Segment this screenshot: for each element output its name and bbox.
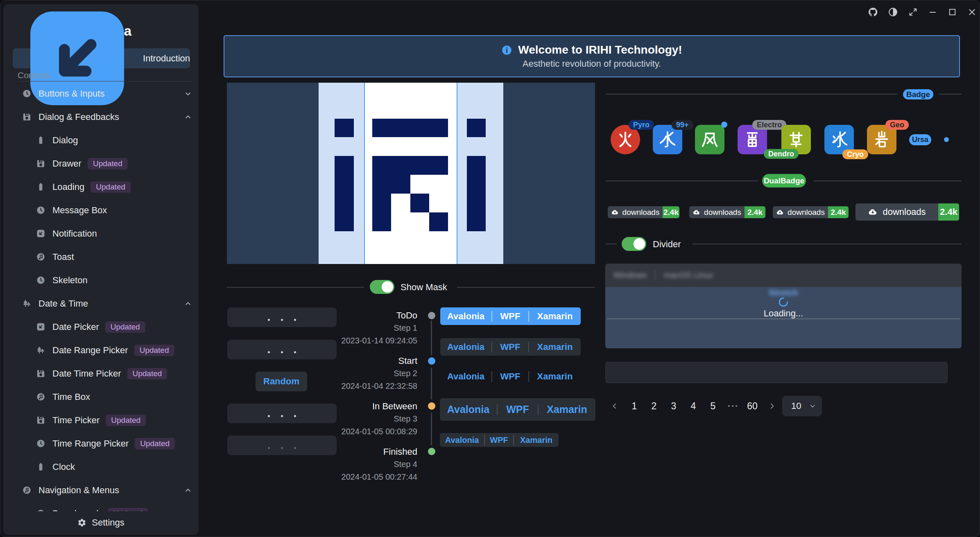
- tab-divider: [655, 270, 656, 281]
- tab-macos-linux[interactable]: macOS Linux: [664, 271, 713, 280]
- random-button[interactable]: Random: [256, 372, 307, 391]
- page-button-2[interactable]: 2: [644, 396, 664, 416]
- framework-option-xamarin[interactable]: Xamarin: [529, 338, 581, 356]
- timeline-dot: [428, 357, 435, 365]
- sidebar-item-date-picker[interactable]: Date PickerUpdated: [4, 315, 198, 338]
- timeline-title: Start: [335, 355, 417, 367]
- sidebar-item-time-box[interactable]: Time Box: [4, 385, 198, 408]
- divider-line: [939, 94, 962, 95]
- github-icon[interactable]: [868, 7, 878, 17]
- framework-option-avalonia[interactable]: Avalonia: [440, 307, 491, 325]
- framework-option-avalonia[interactable]: Avalonia: [440, 338, 491, 356]
- show-mask-label: Show Mask: [401, 282, 447, 293]
- sidebar-item-date-range-picker[interactable]: Date Range PickerUpdated: [4, 338, 198, 362]
- battery-icon: [36, 182, 45, 192]
- sidebar-item-introduction[interactable]: Introduction: [13, 48, 190, 68]
- prev-page-button[interactable]: [605, 396, 625, 416]
- framework-option-xamarin[interactable]: Xamarin: [514, 433, 559, 447]
- divider-line: [813, 181, 962, 181]
- framework-option-xamarin[interactable]: Xamarin: [529, 368, 581, 385]
- download-count: 2.4k: [828, 206, 849, 218]
- text-input[interactable]: [605, 362, 948, 383]
- page-button-1[interactable]: 1: [625, 396, 644, 416]
- tab-strip: WindowsmacOS Linux: [605, 264, 962, 287]
- chevron-down-icon: [809, 402, 816, 410]
- cloud-download-icon: [611, 208, 619, 216]
- framework-option-avalonia[interactable]: Avalonia: [440, 398, 497, 421]
- framework-option-wpf[interactable]: WPF: [492, 307, 528, 325]
- maximize-icon[interactable]: [947, 7, 957, 17]
- sidebar-item-message-box[interactable]: Message Box: [4, 199, 198, 222]
- sidebar-item-dialog[interactable]: Dialog: [4, 129, 198, 152]
- tab-windows[interactable]: Windows: [613, 271, 647, 280]
- sidebar-section-divider: [18, 81, 193, 81]
- cjk-glyph: [700, 130, 719, 149]
- element-icon-anemo[interactable]: [695, 125, 724, 154]
- element-icon-cryo[interactable]: Cryo: [824, 125, 854, 154]
- framework-option-wpf[interactable]: WPF: [492, 368, 528, 385]
- framework-option-wpf[interactable]: WPF: [485, 433, 513, 447]
- settings-label: Settings: [92, 517, 124, 528]
- timeline: ToDoStep 12023-01-14 09:24:05StartStep 2…: [335, 309, 417, 491]
- sidebar-item-drawer[interactable]: DrawerUpdated: [4, 152, 198, 175]
- page-button-4[interactable]: 4: [684, 396, 703, 416]
- sidebar-item-label: Notification: [52, 228, 97, 239]
- battery-icon: [36, 135, 45, 145]
- timeline-entry: In BetweenStep 32024-01-05 00:08:29: [335, 400, 417, 438]
- sidebar-item-date-time-picker[interactable]: Date Time PickerUpdated: [4, 362, 198, 385]
- framework-option-wpf[interactable]: WPF: [492, 338, 528, 356]
- next-page-button[interactable]: [762, 396, 782, 416]
- timeline-title: In Between: [335, 400, 417, 413]
- theme-contrast-icon[interactable]: [888, 7, 898, 17]
- sidebar-item-label: Date Range Picker: [52, 345, 128, 356]
- sidebar-item-loading[interactable]: LoadingUpdated: [4, 175, 198, 199]
- element-icon-dendro[interactable]: Dendro: [781, 125, 811, 154]
- framework-option-xamarin[interactable]: Xamarin: [529, 307, 581, 325]
- sidebar-item-label: Clock: [52, 462, 75, 472]
- element-icon-geo[interactable]: Geo: [867, 125, 896, 154]
- show-mask-toggle[interactable]: [370, 280, 394, 294]
- sidebar-item-dialog-feedbacks[interactable]: Dialog & Feedbacks: [4, 105, 198, 129]
- settings-button[interactable]: Settings: [4, 511, 198, 534]
- timeline-entry: FinishedStep 42024-01-05 00:27:44: [335, 446, 417, 483]
- element-icon-pyro[interactable]: Pyro: [611, 125, 640, 154]
- framework-option-wpf[interactable]: WPF: [498, 398, 538, 421]
- sidebar-item-toast[interactable]: Toast: [4, 245, 198, 268]
- framework-group: AvaloniaWPFXamarin: [440, 338, 581, 356]
- arrow-square-icon: [36, 322, 45, 332]
- sidebar-item-time-picker[interactable]: Time PickerUpdated: [4, 408, 198, 432]
- download-label: downloads: [689, 206, 745, 218]
- timeline-timestamp: 2024-01-05 00:27:44: [335, 471, 417, 483]
- element-icon-electro[interactable]: Electro: [738, 125, 767, 154]
- sidebar: Ursa Introduction Controls Buttons & Inp…: [4, 5, 198, 535]
- timeline-dot: [428, 402, 435, 410]
- framework-option-avalonia[interactable]: Avalonia: [440, 368, 491, 385]
- expand-icon[interactable]: [908, 7, 918, 17]
- sidebar-section-label: Controls: [18, 70, 50, 80]
- sidebar-item-buttons-inputs[interactable]: Buttons & Inputs: [4, 82, 198, 105]
- welcome-banner: Welcome to IRIHI Technology! Aesthetic r…: [224, 35, 960, 77]
- sidebar-item-date-time[interactable]: Date & Time: [4, 292, 198, 315]
- close-icon[interactable]: [967, 7, 977, 17]
- divider-toggle[interactable]: [622, 237, 646, 251]
- sidebar-item-notification[interactable]: Notification: [4, 222, 198, 245]
- page-button-5[interactable]: 5: [703, 396, 723, 416]
- sidebar-item-label: Navigation & Menus: [38, 485, 119, 496]
- sidebar-item-time-range-picker[interactable]: Time Range PickerUpdated: [4, 432, 198, 455]
- hero-logo-block: [467, 119, 486, 137]
- sidebar-item-label: Date Time Picker: [52, 368, 121, 379]
- framework-option-xamarin[interactable]: Xamarin: [539, 398, 595, 421]
- hero-logo-block: [467, 156, 486, 231]
- cjk-glyph: [743, 130, 762, 149]
- sidebar-item-navigation-menus[interactable]: Navigation & Menus: [4, 478, 198, 502]
- page-button-last[interactable]: 60: [742, 396, 762, 416]
- sidebar-item-clock[interactable]: Clock: [4, 455, 198, 478]
- download-count: 2.4k: [663, 206, 679, 218]
- page-button-3[interactable]: 3: [664, 396, 684, 416]
- page-size-select[interactable]: 10: [782, 396, 822, 416]
- sidebar-item-skeleton[interactable]: Skeleton: [4, 268, 198, 292]
- badge-pill: Badge: [903, 89, 933, 99]
- minimize-icon[interactable]: [928, 7, 938, 17]
- element-icon-hydro[interactable]: 99+: [653, 125, 682, 154]
- framework-option-avalonia[interactable]: Avalonia: [440, 433, 484, 447]
